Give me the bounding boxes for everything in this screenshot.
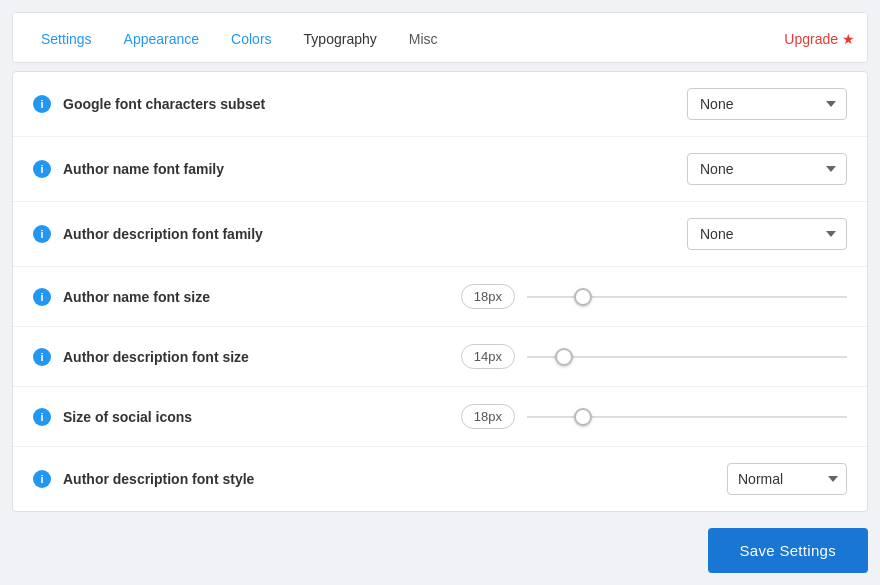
settings-section: i Google font characters subset None Lat… xyxy=(12,71,868,512)
row-author-name-font-size: i Author name font size 18px xyxy=(13,267,867,327)
row-author-name-font-family: i Author name font family None Arial Geo… xyxy=(13,137,867,202)
label-author-name-font-family: Author name font family xyxy=(63,161,687,177)
slider-social-icons-size[interactable] xyxy=(527,416,847,418)
row-author-desc-font-size: i Author description font size 14px xyxy=(13,327,867,387)
tab-bar: Settings Appearance Colors Typography Mi… xyxy=(13,13,867,63)
select-author-desc-font-style[interactable]: Normal Italic Bold Bold Italic xyxy=(727,463,847,495)
select-author-desc-font-family[interactable]: None Arial Georgia Helvetica Times New R… xyxy=(687,218,847,250)
badge-author-desc-font-size: 14px xyxy=(461,344,515,369)
label-author-desc-font-size: Author description font size xyxy=(63,349,455,365)
tab-colors[interactable]: Colors xyxy=(215,13,287,63)
slider-group-social-icons-size: 18px xyxy=(455,404,847,429)
save-settings-button[interactable]: Save Settings xyxy=(708,528,868,573)
info-icon-social-icons-size[interactable]: i xyxy=(33,408,51,426)
info-icon-author-desc-font-family[interactable]: i xyxy=(33,225,51,243)
badge-author-name-font-size: 18px xyxy=(461,284,515,309)
slider-track-author-desc-font-size xyxy=(527,347,847,367)
upgrade-button[interactable]: Upgrade ★ xyxy=(784,31,855,47)
tab-misc[interactable]: Misc xyxy=(393,13,454,63)
row-social-icons-size: i Size of social icons 18px xyxy=(13,387,867,447)
info-icon-author-desc-font-style[interactable]: i xyxy=(33,470,51,488)
slider-track-social-icons-size xyxy=(527,407,847,427)
tab-appearance[interactable]: Appearance xyxy=(108,13,216,63)
slider-author-desc-font-size[interactable] xyxy=(527,356,847,358)
slider-group-author-name-font-size: 18px xyxy=(455,284,847,309)
row-google-font-subset: i Google font characters subset None Lat… xyxy=(13,72,867,137)
save-button-row: Save Settings xyxy=(12,512,868,573)
label-social-icons-size: Size of social icons xyxy=(63,409,455,425)
info-icon-author-name-font-size[interactable]: i xyxy=(33,288,51,306)
label-author-desc-font-style: Author description font style xyxy=(63,471,727,487)
upgrade-label: Upgrade xyxy=(784,31,838,47)
info-icon-author-desc-font-size[interactable]: i xyxy=(33,348,51,366)
tab-card: Settings Appearance Colors Typography Mi… xyxy=(12,12,868,63)
slider-author-name-font-size[interactable] xyxy=(527,296,847,298)
tab-settings[interactable]: Settings xyxy=(25,13,108,63)
badge-social-icons-size: 18px xyxy=(461,404,515,429)
tab-typography[interactable]: Typography xyxy=(288,13,393,63)
select-google-font-subset[interactable]: None Latin Latin Extended Cyrillic Greek… xyxy=(687,88,847,120)
row-author-desc-font-style: i Author description font style Normal I… xyxy=(13,447,867,511)
row-author-desc-font-family: i Author description font family None Ar… xyxy=(13,202,867,267)
label-google-font-subset: Google font characters subset xyxy=(63,96,687,112)
upgrade-star-icon: ★ xyxy=(842,31,855,47)
main-container: Settings Appearance Colors Typography Mi… xyxy=(0,0,880,585)
label-author-desc-font-family: Author description font family xyxy=(63,226,687,242)
slider-group-author-desc-font-size: 14px xyxy=(455,344,847,369)
select-author-name-font-family[interactable]: None Arial Georgia Helvetica Times New R… xyxy=(687,153,847,185)
info-icon-google-font-subset[interactable]: i xyxy=(33,95,51,113)
label-author-name-font-size: Author name font size xyxy=(63,289,455,305)
slider-track-author-name-font-size xyxy=(527,287,847,307)
info-icon-author-name-font-family[interactable]: i xyxy=(33,160,51,178)
